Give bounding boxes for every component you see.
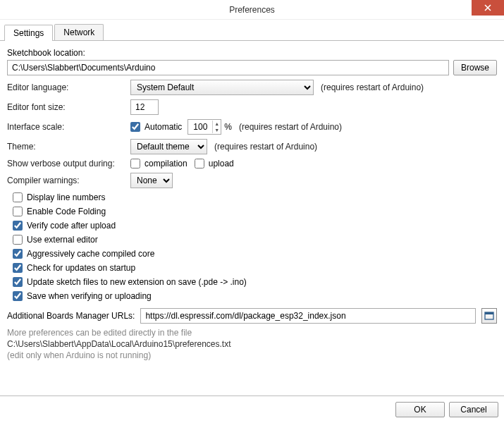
- restart-note-lang: (requires restart of Arduino): [321, 82, 424, 92]
- automatic-checkbox-input[interactable]: [130, 122, 140, 132]
- prefs-file-path[interactable]: C:\Users\Slabbert\AppData\Local\Arduino1…: [7, 339, 497, 349]
- upload-label: upload: [209, 159, 234, 168]
- scale-value-input[interactable]: [188, 120, 212, 134]
- boards-urls-expand-button[interactable]: [481, 308, 497, 324]
- editor-language-select[interactable]: System Default: [130, 80, 314, 95]
- theme-label: Theme:: [7, 142, 130, 152]
- editor-language-label: Editor language:: [7, 82, 130, 92]
- font-size-input[interactable]: [130, 99, 159, 115]
- automatic-label: Automatic: [145, 122, 182, 132]
- edit-only-note: (edit only when Arduino is not running): [7, 350, 497, 360]
- compilation-checkbox[interactable]: compilation: [130, 159, 188, 168]
- window-icon: [484, 312, 494, 320]
- upload-checkbox-input[interactable]: [195, 159, 204, 168]
- use-external-editor-checkbox[interactable]: Use external editor: [13, 235, 497, 245]
- compiler-warnings-label: Compiler warnings:: [7, 176, 130, 185]
- ok-button[interactable]: OK: [395, 402, 445, 417]
- theme-select[interactable]: Default theme: [130, 139, 207, 154]
- restart-note-scale: (requires restart of Arduino): [239, 122, 342, 132]
- percent-label: %: [224, 122, 232, 132]
- tab-strip: Settings Network: [0, 20, 504, 41]
- upload-checkbox[interactable]: upload: [195, 159, 234, 168]
- display-line-numbers-checkbox[interactable]: Display line numbers: [13, 192, 497, 202]
- update-extension-checkbox[interactable]: Update sketch files to new extension on …: [13, 277, 497, 287]
- automatic-checkbox[interactable]: Automatic: [130, 122, 182, 132]
- cancel-button[interactable]: Cancel: [449, 402, 498, 417]
- more-prefs-note: More preferences can be edited directly …: [7, 328, 497, 338]
- browse-button[interactable]: Browse: [453, 60, 497, 75]
- scale-spinner[interactable]: ▲ ▼: [188, 119, 221, 135]
- enable-code-folding-checkbox[interactable]: Enable Code Folding: [13, 207, 497, 216]
- check-updates-checkbox[interactable]: Check for updates on startup: [13, 263, 497, 273]
- window-title: Preferences: [229, 5, 275, 15]
- save-when-verify-checkbox[interactable]: Save when verifying or uploading: [13, 291, 497, 301]
- font-size-label: Editor font size:: [7, 102, 130, 112]
- compilation-label: compilation: [145, 159, 188, 168]
- verbose-label: Show verbose output during:: [7, 159, 130, 168]
- aggressive-cache-checkbox[interactable]: Aggressively cache compiled core: [13, 249, 497, 259]
- compilation-checkbox-input[interactable]: [130, 159, 140, 168]
- options-checklist: Display line numbers Enable Code Folding…: [13, 192, 497, 301]
- dialog-footer: OK Cancel: [0, 396, 504, 423]
- close-icon: [484, 4, 491, 11]
- sketchbook-path-input[interactable]: [7, 60, 449, 75]
- interface-scale-label: Interface scale:: [7, 122, 130, 132]
- titlebar: Preferences: [0, 0, 504, 20]
- scale-down-icon[interactable]: ▼: [213, 127, 221, 133]
- sketchbook-label: Sketchbook location:: [7, 48, 497, 58]
- tab-settings[interactable]: Settings: [4, 25, 53, 41]
- boards-urls-input[interactable]: [140, 308, 476, 324]
- settings-panel: Sketchbook location: Browse Editor langu…: [0, 41, 504, 360]
- tab-network[interactable]: Network: [54, 24, 104, 40]
- svg-rect-1: [485, 312, 493, 314]
- boards-urls-label: Additional Boards Manager URLs:: [7, 311, 135, 321]
- close-button[interactable]: [472, 0, 504, 16]
- verify-after-upload-checkbox[interactable]: Verify code after upload: [13, 221, 497, 231]
- compiler-warnings-select[interactable]: None: [130, 173, 173, 188]
- scale-up-icon[interactable]: ▲: [213, 121, 221, 127]
- restart-note-theme: (requires restart of Arduino): [214, 142, 317, 152]
